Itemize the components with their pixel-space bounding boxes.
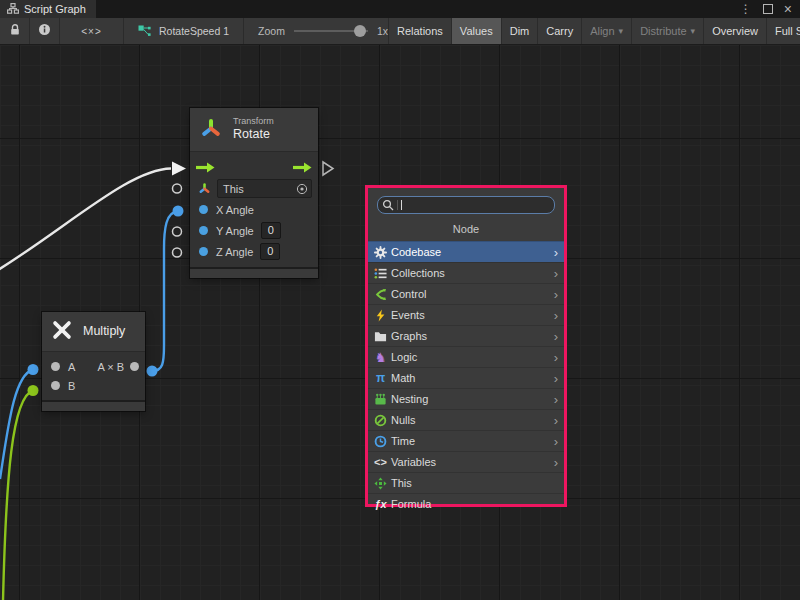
flow-output-arrow-icon[interactable] xyxy=(293,162,312,173)
view-buttons: Relations Values Dim Carry Align ▾ Distr… xyxy=(388,18,800,44)
flow-input-port-arrow[interactable] xyxy=(172,162,186,176)
wire-flow-input xyxy=(0,169,171,271)
finder-item-logic[interactable]: ♞ Logic › xyxy=(368,346,564,367)
search-field[interactable] xyxy=(377,196,555,214)
rotate-node-footer xyxy=(190,267,318,278)
multiply-a-port-outer[interactable] xyxy=(28,364,39,375)
transform-mini-icon xyxy=(198,182,211,195)
control-branch-icon xyxy=(373,287,388,301)
finder-item-codebase[interactable]: Codebase › xyxy=(368,241,564,262)
clock-icon xyxy=(373,434,388,448)
transform-axes-icon xyxy=(198,115,224,145)
this-object-field[interactable]: This xyxy=(217,179,312,198)
x-angle-label: X Angle xyxy=(216,204,254,216)
graph-icon xyxy=(7,3,19,16)
a-port[interactable] xyxy=(51,362,60,371)
submenu-chevron-icon: › xyxy=(554,372,560,385)
zoom-slider-handle[interactable] xyxy=(354,25,366,37)
finder-item-variables[interactable]: <> Variables › xyxy=(368,451,564,472)
finder-item-graphs[interactable]: Graphs › xyxy=(368,325,564,346)
y-angle-input[interactable]: 0 xyxy=(261,222,281,239)
z-angle-port[interactable] xyxy=(199,247,208,256)
finder-header: Node xyxy=(368,217,564,241)
flow-input-arrow-icon[interactable] xyxy=(196,162,215,173)
node-category: Transform xyxy=(233,116,274,127)
more-menu-icon[interactable]: ⋮ xyxy=(740,3,752,15)
y-angle-port[interactable] xyxy=(199,226,208,235)
submenu-chevron-icon: › xyxy=(554,288,560,301)
b-label: B xyxy=(68,380,75,392)
b-port[interactable] xyxy=(51,381,60,390)
z-angle-port-outer[interactable] xyxy=(173,248,182,257)
output-port[interactable] xyxy=(130,362,139,371)
node-title: Rotate xyxy=(233,127,274,143)
wire-b-input xyxy=(3,391,33,600)
submenu-chevron-icon: › xyxy=(554,414,560,427)
finder-item-formula[interactable]: ƒx Formula › xyxy=(368,493,564,514)
code-icon: <×> xyxy=(81,26,102,37)
toolbar-button-overview[interactable]: Overview xyxy=(703,18,766,44)
zoom-value: 1x xyxy=(377,25,388,37)
x-angle-port[interactable] xyxy=(199,205,208,214)
dropdown-caret-icon: ▾ xyxy=(619,27,624,36)
toolbar-button-full-screen[interactable]: Full Screen xyxy=(766,18,800,44)
nesting-machine-icon xyxy=(373,392,388,406)
toolbar-button-dim[interactable]: Dim xyxy=(501,18,538,44)
window-controls: ⋮ × xyxy=(740,0,800,18)
multiply-b-port-outer[interactable] xyxy=(28,385,39,396)
chess-knight-icon: ♞ xyxy=(373,350,388,364)
info-button[interactable] xyxy=(30,18,60,44)
graph-canvas[interactable]: Transform Rotate This xyxy=(0,45,800,600)
object-picker-icon[interactable] xyxy=(296,183,308,195)
submenu-chevron-icon: › xyxy=(554,246,560,259)
code-preview-button[interactable]: <×> xyxy=(60,18,124,44)
toolbar-button-values[interactable]: Values xyxy=(451,18,501,44)
finder-item-collections[interactable]: Collections › xyxy=(368,262,564,283)
submenu-chevron-icon: › xyxy=(554,351,560,364)
finder-item-control[interactable]: Control › xyxy=(368,283,564,304)
multiply-output-port-outer[interactable] xyxy=(147,366,158,377)
multiply-x-icon xyxy=(50,318,74,346)
finder-item-nulls[interactable]: Nulls › xyxy=(368,409,564,430)
tab-bar: Script Graph ⋮ × xyxy=(0,0,800,18)
submenu-chevron-icon: › xyxy=(554,330,560,343)
node-multiply[interactable]: Multiply A A × B B xyxy=(42,312,145,411)
finder-item-this[interactable]: This › xyxy=(368,472,564,493)
search-divider xyxy=(397,200,398,210)
multiply-node-header[interactable]: Multiply xyxy=(42,312,145,352)
tab-script-graph[interactable]: Script Graph xyxy=(0,0,96,18)
this-port-outer[interactable] xyxy=(173,184,182,193)
node-title: Multiply xyxy=(83,324,125,340)
lock-button[interactable] xyxy=(0,18,30,44)
angle-brackets-icon: <> xyxy=(373,455,388,469)
toolbar-button-carry[interactable]: Carry xyxy=(537,18,581,44)
finder-item-time[interactable]: Time › xyxy=(368,430,564,451)
graph-toolbar: <×> RotateSpeed 1 Zoom 1x Relations Valu… xyxy=(0,18,800,45)
formula-fx-icon: ƒx xyxy=(373,497,388,511)
finder-item-nesting[interactable]: Nesting › xyxy=(368,388,564,409)
y-angle-label: Y Angle xyxy=(216,225,254,237)
collections-list-icon xyxy=(373,266,388,280)
script-graph-asset-icon xyxy=(138,24,152,39)
toolbar-button-align[interactable]: Align ▾ xyxy=(581,18,631,44)
toolbar-button-distribute[interactable]: Distribute ▾ xyxy=(631,18,703,44)
breadcrumb[interactable]: RotateSpeed 1 xyxy=(124,18,244,44)
rotate-node-header[interactable]: Transform Rotate xyxy=(190,108,318,152)
zoom-slider[interactable] xyxy=(294,24,368,38)
flow-output-port-triangle[interactable] xyxy=(323,162,333,175)
search-input[interactable] xyxy=(405,199,548,211)
close-icon[interactable]: × xyxy=(784,2,792,16)
z-angle-input[interactable]: 0 xyxy=(260,243,280,260)
finder-item-math[interactable]: π Math › xyxy=(368,367,564,388)
maximize-icon[interactable] xyxy=(763,4,773,14)
submenu-chevron-icon: › xyxy=(554,309,560,322)
node-transform-rotate[interactable]: Transform Rotate This xyxy=(190,108,318,278)
y-angle-port-outer[interactable] xyxy=(173,227,182,236)
toolbar-button-relations[interactable]: Relations xyxy=(388,18,451,44)
x-angle-port-outer[interactable] xyxy=(173,206,184,217)
a-label: A xyxy=(68,361,75,373)
finder-item-events[interactable]: Events › xyxy=(368,304,564,325)
multiply-node-footer xyxy=(42,400,145,411)
this-star-icon xyxy=(373,476,388,490)
zoom-label: Zoom xyxy=(258,25,285,37)
